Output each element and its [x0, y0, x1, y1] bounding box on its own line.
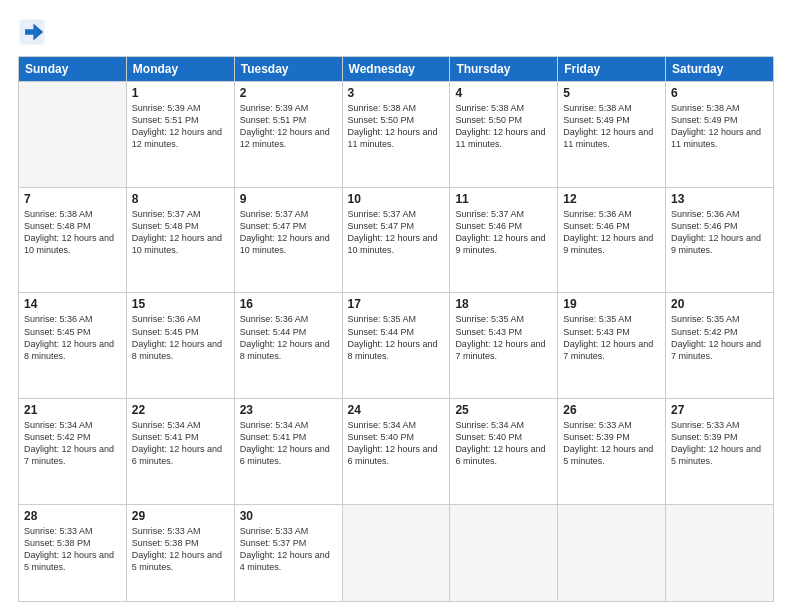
day-number: 19 [563, 297, 660, 311]
day-cell: 8Sunrise: 5:37 AM Sunset: 5:48 PM Daylig… [126, 187, 234, 293]
logo [18, 18, 50, 46]
day-cell: 5Sunrise: 5:38 AM Sunset: 5:49 PM Daylig… [558, 82, 666, 188]
col-header-monday: Monday [126, 57, 234, 82]
day-number: 12 [563, 192, 660, 206]
day-number: 13 [671, 192, 768, 206]
day-number: 23 [240, 403, 337, 417]
week-row-4: 21Sunrise: 5:34 AM Sunset: 5:42 PM Dayli… [19, 399, 774, 505]
day-info: Sunrise: 5:33 AM Sunset: 5:39 PM Dayligh… [563, 419, 660, 468]
day-info: Sunrise: 5:37 AM Sunset: 5:46 PM Dayligh… [455, 208, 552, 257]
day-number: 22 [132, 403, 229, 417]
day-number: 17 [348, 297, 445, 311]
day-info: Sunrise: 5:36 AM Sunset: 5:45 PM Dayligh… [132, 313, 229, 362]
day-info: Sunrise: 5:36 AM Sunset: 5:45 PM Dayligh… [24, 313, 121, 362]
day-number: 1 [132, 86, 229, 100]
day-number: 24 [348, 403, 445, 417]
day-info: Sunrise: 5:34 AM Sunset: 5:42 PM Dayligh… [24, 419, 121, 468]
day-number: 8 [132, 192, 229, 206]
day-cell: 15Sunrise: 5:36 AM Sunset: 5:45 PM Dayli… [126, 293, 234, 399]
day-cell: 9Sunrise: 5:37 AM Sunset: 5:47 PM Daylig… [234, 187, 342, 293]
day-info: Sunrise: 5:38 AM Sunset: 5:50 PM Dayligh… [348, 102, 445, 151]
day-cell: 20Sunrise: 5:35 AM Sunset: 5:42 PM Dayli… [666, 293, 774, 399]
day-info: Sunrise: 5:33 AM Sunset: 5:38 PM Dayligh… [24, 525, 121, 574]
day-cell: 10Sunrise: 5:37 AM Sunset: 5:47 PM Dayli… [342, 187, 450, 293]
week-row-5: 28Sunrise: 5:33 AM Sunset: 5:38 PM Dayli… [19, 504, 774, 601]
day-info: Sunrise: 5:39 AM Sunset: 5:51 PM Dayligh… [132, 102, 229, 151]
day-cell: 26Sunrise: 5:33 AM Sunset: 5:39 PM Dayli… [558, 399, 666, 505]
day-number: 5 [563, 86, 660, 100]
day-cell: 12Sunrise: 5:36 AM Sunset: 5:46 PM Dayli… [558, 187, 666, 293]
day-info: Sunrise: 5:34 AM Sunset: 5:41 PM Dayligh… [132, 419, 229, 468]
day-info: Sunrise: 5:39 AM Sunset: 5:51 PM Dayligh… [240, 102, 337, 151]
day-cell: 21Sunrise: 5:34 AM Sunset: 5:42 PM Dayli… [19, 399, 127, 505]
day-cell: 6Sunrise: 5:38 AM Sunset: 5:49 PM Daylig… [666, 82, 774, 188]
week-row-3: 14Sunrise: 5:36 AM Sunset: 5:45 PM Dayli… [19, 293, 774, 399]
day-number: 28 [24, 509, 121, 523]
day-number: 30 [240, 509, 337, 523]
day-info: Sunrise: 5:34 AM Sunset: 5:40 PM Dayligh… [348, 419, 445, 468]
day-number: 9 [240, 192, 337, 206]
day-cell: 24Sunrise: 5:34 AM Sunset: 5:40 PM Dayli… [342, 399, 450, 505]
day-info: Sunrise: 5:37 AM Sunset: 5:47 PM Dayligh… [240, 208, 337, 257]
col-header-thursday: Thursday [450, 57, 558, 82]
header [18, 18, 774, 46]
logo-icon [18, 18, 46, 46]
day-number: 14 [24, 297, 121, 311]
day-info: Sunrise: 5:34 AM Sunset: 5:40 PM Dayligh… [455, 419, 552, 468]
day-info: Sunrise: 5:37 AM Sunset: 5:48 PM Dayligh… [132, 208, 229, 257]
calendar: SundayMondayTuesdayWednesdayThursdayFrid… [18, 56, 774, 602]
day-info: Sunrise: 5:38 AM Sunset: 5:50 PM Dayligh… [455, 102, 552, 151]
day-cell: 16Sunrise: 5:36 AM Sunset: 5:44 PM Dayli… [234, 293, 342, 399]
day-number: 15 [132, 297, 229, 311]
day-cell [666, 504, 774, 601]
day-cell: 1Sunrise: 5:39 AM Sunset: 5:51 PM Daylig… [126, 82, 234, 188]
day-cell: 3Sunrise: 5:38 AM Sunset: 5:50 PM Daylig… [342, 82, 450, 188]
day-info: Sunrise: 5:35 AM Sunset: 5:43 PM Dayligh… [563, 313, 660, 362]
day-cell: 2Sunrise: 5:39 AM Sunset: 5:51 PM Daylig… [234, 82, 342, 188]
col-header-wednesday: Wednesday [342, 57, 450, 82]
day-number: 16 [240, 297, 337, 311]
day-info: Sunrise: 5:36 AM Sunset: 5:44 PM Dayligh… [240, 313, 337, 362]
day-number: 26 [563, 403, 660, 417]
day-cell: 28Sunrise: 5:33 AM Sunset: 5:38 PM Dayli… [19, 504, 127, 601]
day-number: 2 [240, 86, 337, 100]
day-number: 3 [348, 86, 445, 100]
header-row: SundayMondayTuesdayWednesdayThursdayFrid… [19, 57, 774, 82]
col-header-sunday: Sunday [19, 57, 127, 82]
day-cell: 11Sunrise: 5:37 AM Sunset: 5:46 PM Dayli… [450, 187, 558, 293]
day-cell: 4Sunrise: 5:38 AM Sunset: 5:50 PM Daylig… [450, 82, 558, 188]
page: SundayMondayTuesdayWednesdayThursdayFrid… [0, 0, 792, 612]
week-row-2: 7Sunrise: 5:38 AM Sunset: 5:48 PM Daylig… [19, 187, 774, 293]
day-cell [450, 504, 558, 601]
day-info: Sunrise: 5:35 AM Sunset: 5:44 PM Dayligh… [348, 313, 445, 362]
day-info: Sunrise: 5:37 AM Sunset: 5:47 PM Dayligh… [348, 208, 445, 257]
day-number: 20 [671, 297, 768, 311]
day-cell: 18Sunrise: 5:35 AM Sunset: 5:43 PM Dayli… [450, 293, 558, 399]
day-info: Sunrise: 5:35 AM Sunset: 5:42 PM Dayligh… [671, 313, 768, 362]
week-row-1: 1Sunrise: 5:39 AM Sunset: 5:51 PM Daylig… [19, 82, 774, 188]
day-cell: 29Sunrise: 5:33 AM Sunset: 5:38 PM Dayli… [126, 504, 234, 601]
day-cell: 17Sunrise: 5:35 AM Sunset: 5:44 PM Dayli… [342, 293, 450, 399]
day-cell: 14Sunrise: 5:36 AM Sunset: 5:45 PM Dayli… [19, 293, 127, 399]
day-cell: 25Sunrise: 5:34 AM Sunset: 5:40 PM Dayli… [450, 399, 558, 505]
day-cell: 19Sunrise: 5:35 AM Sunset: 5:43 PM Dayli… [558, 293, 666, 399]
day-cell [558, 504, 666, 601]
day-number: 11 [455, 192, 552, 206]
day-cell: 23Sunrise: 5:34 AM Sunset: 5:41 PM Dayli… [234, 399, 342, 505]
day-number: 29 [132, 509, 229, 523]
day-info: Sunrise: 5:38 AM Sunset: 5:49 PM Dayligh… [563, 102, 660, 151]
day-number: 6 [671, 86, 768, 100]
day-number: 4 [455, 86, 552, 100]
day-info: Sunrise: 5:33 AM Sunset: 5:38 PM Dayligh… [132, 525, 229, 574]
day-number: 18 [455, 297, 552, 311]
col-header-friday: Friday [558, 57, 666, 82]
day-cell: 22Sunrise: 5:34 AM Sunset: 5:41 PM Dayli… [126, 399, 234, 505]
day-number: 21 [24, 403, 121, 417]
day-info: Sunrise: 5:33 AM Sunset: 5:37 PM Dayligh… [240, 525, 337, 574]
col-header-saturday: Saturday [666, 57, 774, 82]
day-cell: 30Sunrise: 5:33 AM Sunset: 5:37 PM Dayli… [234, 504, 342, 601]
day-number: 25 [455, 403, 552, 417]
day-info: Sunrise: 5:33 AM Sunset: 5:39 PM Dayligh… [671, 419, 768, 468]
day-cell: 27Sunrise: 5:33 AM Sunset: 5:39 PM Dayli… [666, 399, 774, 505]
day-cell [19, 82, 127, 188]
